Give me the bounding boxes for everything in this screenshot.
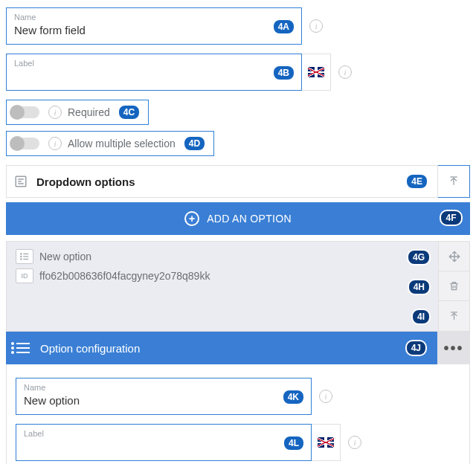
dropdown-options-title: Dropdown options <box>36 175 396 188</box>
info-icon[interactable]: i <box>48 106 62 119</box>
svg-point-2 <box>21 256 22 257</box>
annotation-4f: 4F <box>440 210 463 226</box>
option-name-label: Name <box>24 383 303 392</box>
option-label-label: Label <box>24 429 303 438</box>
collapse-up-icon <box>448 175 460 187</box>
annotation-4h: 4H <box>408 279 431 295</box>
ellipsis-icon: ••• <box>443 340 463 357</box>
option-id-value: ffo62b008636f04facgyney2o78q89kk <box>39 270 210 282</box>
annotation-4d: 4D <box>183 135 206 152</box>
option-collapse-button[interactable] <box>439 301 469 331</box>
annotation-4j: 4J <box>405 340 427 356</box>
annotation-4e: 4E <box>405 173 428 190</box>
name-field[interactable]: Name New form field 4A <box>6 7 302 45</box>
annotation-4k: 4K <box>282 389 305 405</box>
multi-toggle[interactable] <box>11 138 39 149</box>
required-toggle[interactable] <box>11 106 39 118</box>
name-label: Name <box>14 13 294 22</box>
option-config-header: Option configuration 4J <box>6 332 437 364</box>
option-name-field[interactable]: Name New option 4K <box>16 378 312 415</box>
info-icon[interactable]: i <box>338 65 352 79</box>
list-icon <box>16 343 30 353</box>
add-option-label: ADD AN OPTION <box>207 213 292 225</box>
language-flag-button[interactable] <box>301 54 331 91</box>
info-icon[interactable]: i <box>309 19 323 33</box>
uk-flag-icon <box>318 437 334 448</box>
info-icon[interactable]: i <box>319 390 332 403</box>
annotation-4i: 4I <box>411 309 431 325</box>
annotation-4b: 4B <box>272 65 295 81</box>
option-list-icon <box>16 249 33 264</box>
annotation-4c: 4C <box>118 104 141 120</box>
multi-label: Allow multiple selection <box>68 138 176 149</box>
option-name-value: New option <box>24 394 303 407</box>
option-drag-handle[interactable] <box>439 242 469 271</box>
option-name: New option <box>39 251 91 262</box>
label-label: Label <box>14 59 294 68</box>
option-more-button[interactable]: ••• <box>437 332 470 364</box>
multi-toggle-row: i Allow multiple selection 4D <box>6 131 214 156</box>
info-icon[interactable]: i <box>348 436 361 449</box>
required-label: Required <box>68 106 110 118</box>
option-delete-button[interactable] <box>439 271 469 301</box>
svg-point-1 <box>21 254 22 254</box>
name-value: New form field <box>14 24 294 36</box>
option-card: New option ID ffo62b008636f04facgyney2o7… <box>6 241 470 332</box>
annotation-4a: 4A <box>272 19 295 35</box>
collapse-button[interactable] <box>437 165 470 198</box>
option-id-icon: ID <box>16 268 33 283</box>
collapse-up-icon <box>448 311 460 322</box>
annotation-4l: 4L <box>283 435 305 451</box>
dropdown-options-header: Dropdown options 4E <box>6 165 438 198</box>
annotation-4g: 4G <box>407 249 431 265</box>
info-icon[interactable]: i <box>48 137 62 150</box>
label-field[interactable]: Label 4B <box>6 54 302 91</box>
uk-flag-icon <box>308 67 324 77</box>
option-label-field[interactable]: Label 4L <box>16 424 312 461</box>
add-option-button[interactable]: + ADD AN OPTION 4F <box>6 202 470 235</box>
move-icon <box>448 251 460 262</box>
form-icon <box>14 175 28 188</box>
option-config-title: Option configuration <box>40 342 395 355</box>
required-toggle-row: i Required 4C <box>6 100 149 125</box>
plus-icon: + <box>184 211 199 226</box>
svg-point-3 <box>21 259 22 260</box>
language-flag-button[interactable] <box>311 424 341 461</box>
trash-icon <box>448 280 460 291</box>
